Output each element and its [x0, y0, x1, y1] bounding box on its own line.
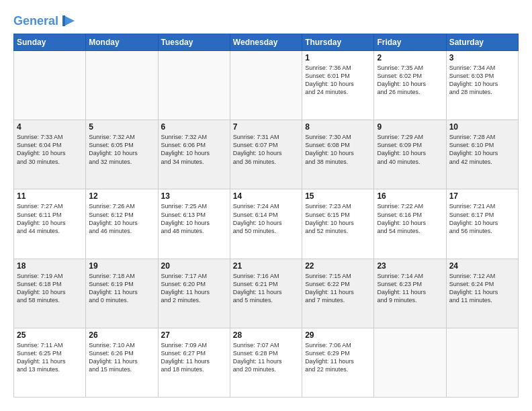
day-number: 4 — [17, 122, 83, 132]
calendar-header-row: SundayMondayTuesdayWednesdayThursdayFrid… — [14, 34, 519, 51]
day-info: Sunrise: 7:32 AM Sunset: 6:05 PM Dayligh… — [89, 133, 154, 166]
day-info: Sunrise: 7:34 AM Sunset: 6:03 PM Dayligh… — [449, 64, 515, 97]
day-info: Sunrise: 7:16 AM Sunset: 6:21 PM Dayligh… — [233, 272, 299, 305]
calendar-cell: 21Sunrise: 7:16 AM Sunset: 6:21 PM Dayli… — [230, 259, 302, 328]
calendar-cell — [230, 51, 302, 120]
day-info: Sunrise: 7:19 AM Sunset: 6:18 PM Dayligh… — [17, 272, 83, 305]
calendar-cell: 28Sunrise: 7:07 AM Sunset: 6:28 PM Dayli… — [230, 328, 302, 397]
calendar-cell: 12Sunrise: 7:26 AM Sunset: 6:12 PM Dayli… — [86, 189, 158, 259]
calendar-cell: 22Sunrise: 7:15 AM Sunset: 6:22 PM Dayli… — [302, 259, 374, 328]
logo-text: General — [13, 15, 58, 28]
day-number: 26 — [89, 330, 154, 340]
page: General SundayMondayTuesdayWednesdayThur… — [0, 0, 532, 411]
day-info: Sunrise: 7:18 AM Sunset: 6:19 PM Dayligh… — [89, 272, 154, 305]
calendar-cell: 20Sunrise: 7:17 AM Sunset: 6:20 PM Dayli… — [158, 259, 230, 328]
calendar-header-wednesday: Wednesday — [230, 34, 302, 51]
day-number: 27 — [161, 330, 227, 340]
day-number: 11 — [17, 191, 83, 201]
day-number: 28 — [233, 330, 299, 340]
calendar-cell: 5Sunrise: 7:32 AM Sunset: 6:05 PM Daylig… — [86, 120, 158, 189]
calendar-header-saturday: Saturday — [446, 34, 518, 51]
calendar-cell — [446, 328, 518, 397]
calendar-cell: 15Sunrise: 7:23 AM Sunset: 6:15 PM Dayli… — [302, 189, 374, 259]
calendar-cell: 25Sunrise: 7:11 AM Sunset: 6:25 PM Dayli… — [14, 328, 86, 397]
calendar-cell: 3Sunrise: 7:34 AM Sunset: 6:03 PM Daylig… — [446, 51, 518, 120]
day-info: Sunrise: 7:30 AM Sunset: 6:08 PM Dayligh… — [305, 133, 371, 166]
day-info: Sunrise: 7:26 AM Sunset: 6:12 PM Dayligh… — [89, 202, 154, 235]
day-info: Sunrise: 7:36 AM Sunset: 6:01 PM Dayligh… — [305, 64, 371, 97]
calendar-cell — [86, 51, 158, 120]
day-number: 10 — [449, 122, 515, 132]
day-number: 9 — [377, 122, 443, 132]
day-info: Sunrise: 7:10 AM Sunset: 6:26 PM Dayligh… — [89, 341, 154, 374]
day-info: Sunrise: 7:21 AM Sunset: 6:17 PM Dayligh… — [449, 202, 515, 235]
calendar-week-row: 18Sunrise: 7:19 AM Sunset: 6:18 PM Dayli… — [14, 259, 519, 328]
day-info: Sunrise: 7:23 AM Sunset: 6:15 PM Dayligh… — [305, 202, 371, 235]
calendar-week-row: 11Sunrise: 7:27 AM Sunset: 6:11 PM Dayli… — [14, 189, 519, 259]
calendar-cell: 14Sunrise: 7:24 AM Sunset: 6:14 PM Dayli… — [230, 189, 302, 259]
day-number: 19 — [89, 261, 154, 271]
calendar-cell: 18Sunrise: 7:19 AM Sunset: 6:18 PM Dayli… — [14, 259, 86, 328]
calendar-cell: 8Sunrise: 7:30 AM Sunset: 6:08 PM Daylig… — [302, 120, 374, 189]
day-number: 14 — [233, 191, 299, 201]
day-info: Sunrise: 7:15 AM Sunset: 6:22 PM Dayligh… — [305, 272, 371, 305]
day-info: Sunrise: 7:24 AM Sunset: 6:14 PM Dayligh… — [233, 202, 299, 235]
calendar-header-monday: Monday — [86, 34, 158, 51]
day-info: Sunrise: 7:06 AM Sunset: 6:29 PM Dayligh… — [305, 341, 371, 374]
day-number: 5 — [89, 122, 154, 132]
day-number: 22 — [305, 261, 371, 271]
day-number: 17 — [449, 191, 515, 201]
calendar-cell: 9Sunrise: 7:29 AM Sunset: 6:09 PM Daylig… — [374, 120, 446, 189]
day-number: 24 — [449, 261, 515, 271]
day-number: 15 — [305, 191, 371, 201]
day-info: Sunrise: 7:11 AM Sunset: 6:25 PM Dayligh… — [17, 341, 83, 374]
day-info: Sunrise: 7:25 AM Sunset: 6:13 PM Dayligh… — [161, 202, 227, 235]
logo: General — [13, 13, 77, 27]
calendar-cell: 7Sunrise: 7:31 AM Sunset: 6:07 PM Daylig… — [230, 120, 302, 189]
day-info: Sunrise: 7:22 AM Sunset: 6:16 PM Dayligh… — [377, 202, 443, 235]
day-number: 16 — [377, 191, 443, 201]
day-info: Sunrise: 7:17 AM Sunset: 6:20 PM Dayligh… — [161, 272, 227, 305]
day-info: Sunrise: 7:14 AM Sunset: 6:23 PM Dayligh… — [377, 272, 443, 305]
calendar-cell — [374, 328, 446, 397]
calendar-header-thursday: Thursday — [302, 34, 374, 51]
calendar-cell — [158, 51, 230, 120]
calendar-header-friday: Friday — [374, 34, 446, 51]
calendar-cell: 10Sunrise: 7:28 AM Sunset: 6:10 PM Dayli… — [446, 120, 518, 189]
day-info: Sunrise: 7:31 AM Sunset: 6:07 PM Dayligh… — [233, 133, 299, 166]
day-number: 20 — [161, 261, 227, 271]
calendar-table: SundayMondayTuesdayWednesdayThursdayFrid… — [13, 34, 519, 398]
day-number: 25 — [17, 330, 83, 340]
calendar-cell: 17Sunrise: 7:21 AM Sunset: 6:17 PM Dayli… — [446, 189, 518, 259]
calendar-cell: 11Sunrise: 7:27 AM Sunset: 6:11 PM Dayli… — [14, 189, 86, 259]
calendar-cell: 2Sunrise: 7:35 AM Sunset: 6:02 PM Daylig… — [374, 51, 446, 120]
calendar-cell: 13Sunrise: 7:25 AM Sunset: 6:13 PM Dayli… — [158, 189, 230, 259]
day-info: Sunrise: 7:09 AM Sunset: 6:27 PM Dayligh… — [161, 341, 227, 374]
day-number: 23 — [377, 261, 443, 271]
day-info: Sunrise: 7:32 AM Sunset: 6:06 PM Dayligh… — [161, 133, 227, 166]
calendar-header-tuesday: Tuesday — [158, 34, 230, 51]
day-info: Sunrise: 7:33 AM Sunset: 6:04 PM Dayligh… — [17, 133, 83, 166]
calendar-cell: 6Sunrise: 7:32 AM Sunset: 6:06 PM Daylig… — [158, 120, 230, 189]
calendar-cell: 24Sunrise: 7:12 AM Sunset: 6:24 PM Dayli… — [446, 259, 518, 328]
calendar-cell: 4Sunrise: 7:33 AM Sunset: 6:04 PM Daylig… — [14, 120, 86, 189]
day-number: 8 — [305, 122, 371, 132]
day-number: 12 — [89, 191, 154, 201]
day-info: Sunrise: 7:29 AM Sunset: 6:09 PM Dayligh… — [377, 133, 443, 166]
day-number: 3 — [449, 53, 515, 62]
day-number: 13 — [161, 191, 227, 201]
day-number: 7 — [233, 122, 299, 132]
day-number: 29 — [305, 330, 371, 340]
day-number: 21 — [233, 261, 299, 271]
calendar-week-row: 4Sunrise: 7:33 AM Sunset: 6:04 PM Daylig… — [14, 120, 519, 189]
calendar-cell: 19Sunrise: 7:18 AM Sunset: 6:19 PM Dayli… — [86, 259, 158, 328]
day-info: Sunrise: 7:12 AM Sunset: 6:24 PM Dayligh… — [449, 272, 515, 305]
day-info: Sunrise: 7:07 AM Sunset: 6:28 PM Dayligh… — [233, 341, 299, 374]
svg-rect-1 — [62, 15, 65, 26]
day-info: Sunrise: 7:27 AM Sunset: 6:11 PM Dayligh… — [17, 202, 83, 235]
svg-marker-0 — [65, 16, 75, 26]
day-info: Sunrise: 7:28 AM Sunset: 6:10 PM Dayligh… — [449, 133, 515, 166]
day-number: 18 — [17, 261, 83, 271]
day-info: Sunrise: 7:35 AM Sunset: 6:02 PM Dayligh… — [377, 64, 443, 97]
calendar-cell: 26Sunrise: 7:10 AM Sunset: 6:26 PM Dayli… — [86, 328, 158, 397]
